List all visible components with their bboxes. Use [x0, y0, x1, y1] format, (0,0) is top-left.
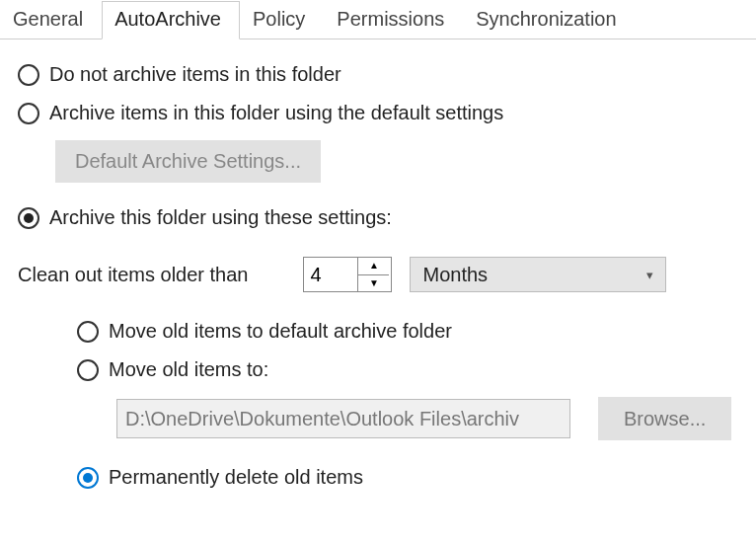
option-use-default[interactable]: Archive items in this folder using the d… [18, 102, 738, 124]
spinner-up-button[interactable]: ▲ [358, 258, 389, 275]
option-permanently-delete[interactable]: Permanently delete old items [77, 466, 738, 489]
option-move-default[interactable]: Move old items to default archive folder [77, 320, 738, 343]
option-label: Archive items in this folder using the d… [49, 102, 503, 124]
radio-icon [18, 103, 39, 124]
option-label: Permanently delete old items [109, 466, 363, 489]
cleanout-age-input[interactable] [304, 258, 357, 291]
default-archive-settings-button[interactable]: Default Archive Settings... [55, 140, 321, 183]
move-to-path-row: D:\OneDrive\Dokumente\Outlook Files\arch… [116, 397, 738, 440]
tab-general[interactable]: General [0, 1, 102, 39]
radio-icon [77, 359, 99, 381]
dropdown-value: Months [422, 264, 488, 286]
archive-path-field[interactable]: D:\OneDrive\Dokumente\Outlook Files\arch… [116, 399, 570, 438]
chevron-down-icon: ▾ [646, 268, 653, 282]
option-label: Archive this folder using these settings… [49, 206, 392, 229]
option-do-not-archive[interactable]: Do not archive items in this folder [18, 63, 738, 86]
tab-policy[interactable]: Policy [240, 1, 324, 39]
autoarchive-panel: Do not archive items in this folder Arch… [0, 39, 756, 499]
radio-icon [18, 207, 39, 229]
option-label: Move old items to: [109, 358, 268, 381]
cleanout-age-spinner[interactable]: ▲ ▼ [303, 257, 392, 292]
cleanout-label: Clean out items older than [18, 264, 248, 286]
tab-synchronization[interactable]: Synchronization [463, 1, 635, 39]
option-move-to[interactable]: Move old items to: [77, 358, 738, 381]
option-label: Do not archive items in this folder [49, 63, 341, 86]
spinner-buttons: ▲ ▼ [357, 258, 389, 291]
cleanout-unit-dropdown[interactable]: Months ▾ [410, 257, 666, 292]
option-label: Move old items to default archive folder [109, 320, 452, 343]
browse-button[interactable]: Browse... [598, 397, 731, 440]
radio-icon [77, 321, 99, 343]
tab-autoarchive[interactable]: AutoArchive [102, 1, 240, 39]
tab-bar: General AutoArchive Policy Permissions S… [0, 0, 756, 39]
spinner-down-button[interactable]: ▼ [358, 275, 389, 292]
option-use-these-settings[interactable]: Archive this folder using these settings… [18, 206, 738, 229]
radio-icon [77, 467, 99, 489]
cleanout-row: Clean out items older than ▲ ▼ Months ▾ [18, 257, 738, 292]
radio-icon [18, 64, 39, 86]
tab-permissions[interactable]: Permissions [324, 1, 463, 39]
